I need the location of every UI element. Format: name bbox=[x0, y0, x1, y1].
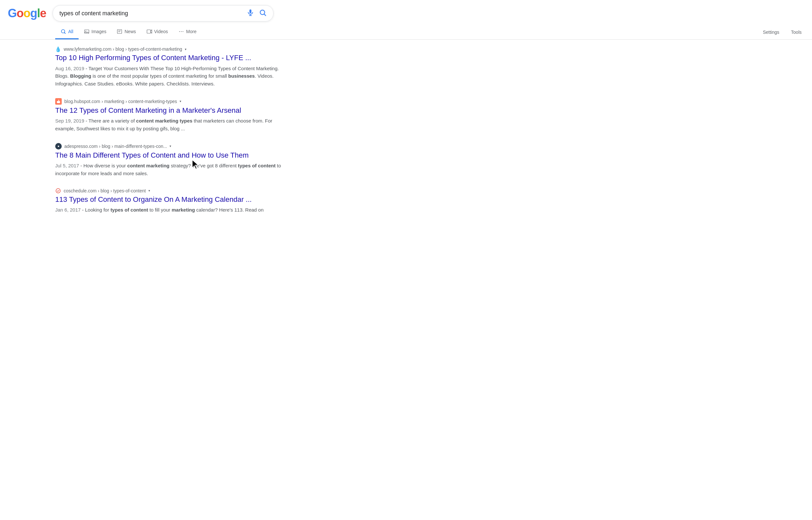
result-snippet: Aug 16, 2019 - Target Your Customers Wit… bbox=[55, 65, 284, 88]
result-url-row: blog.hubspot.com › marketing › content-m… bbox=[55, 98, 284, 105]
search-submit-icon[interactable] bbox=[259, 9, 267, 18]
tab-videos[interactable]: Videos bbox=[141, 25, 173, 39]
result-dropdown-arrow[interactable]: ▾ bbox=[185, 48, 187, 51]
result-snippet: Jul 5, 2017 - How diverse is your conten… bbox=[55, 162, 284, 177]
svg-line-4 bbox=[264, 14, 266, 16]
svg-point-17 bbox=[58, 102, 59, 102]
svg-point-16 bbox=[183, 31, 183, 32]
result-url: adespresso.com › blog › main-different-t… bbox=[64, 144, 167, 149]
result-item: coschedule.com › blog › types-of-content… bbox=[55, 188, 284, 214]
tab-more[interactable]: More bbox=[173, 25, 202, 39]
result-date: Jan 6, 2017 bbox=[55, 207, 81, 212]
tab-all[interactable]: All bbox=[55, 25, 79, 39]
search-bar bbox=[53, 5, 274, 22]
svg-point-18 bbox=[56, 188, 60, 193]
svg-rect-9 bbox=[118, 30, 122, 33]
search-bar-icons bbox=[247, 9, 267, 18]
result-url-row: ● adespresso.com › blog › main-different… bbox=[55, 143, 284, 150]
tab-all-label: All bbox=[68, 29, 74, 34]
result-title[interactable]: The 8 Main Different Types of Content an… bbox=[55, 151, 284, 160]
result-snippet: Jan 6, 2017 - Looking for types of conte… bbox=[55, 206, 284, 214]
mic-icon[interactable] bbox=[247, 9, 254, 18]
result-url: coschedule.com › blog › types-of-content bbox=[64, 188, 146, 193]
tab-news[interactable]: News bbox=[111, 25, 141, 39]
results-container: 💧 www.lyfemarketing.com › blog › types-o… bbox=[0, 40, 292, 231]
result-date: Sep 19, 2019 bbox=[55, 118, 84, 124]
result-dropdown-arrow[interactable]: ▾ bbox=[179, 100, 181, 103]
svg-point-14 bbox=[179, 31, 180, 32]
tab-more-label: More bbox=[186, 29, 196, 34]
result-item: 💧 www.lyfemarketing.com › blog › types-o… bbox=[55, 46, 284, 88]
images-icon bbox=[84, 29, 90, 34]
svg-rect-12 bbox=[147, 30, 150, 33]
more-dots-icon bbox=[178, 29, 184, 34]
result-item: blog.hubspot.com › marketing › content-m… bbox=[55, 98, 284, 133]
result-favicon bbox=[55, 98, 62, 105]
tab-images[interactable]: Images bbox=[79, 25, 112, 39]
tab-news-label: News bbox=[124, 29, 136, 34]
result-title[interactable]: Top 10 High Performing Types of Content … bbox=[55, 53, 284, 63]
svg-point-8 bbox=[85, 30, 86, 31]
result-date: Jul 5, 2017 bbox=[55, 163, 79, 168]
tab-videos-label: Videos bbox=[154, 29, 168, 34]
result-url: www.lyfemarketing.com › blog › types-of-… bbox=[64, 47, 182, 52]
google-logo[interactable]: Google bbox=[8, 6, 46, 20]
result-dropdown-arrow[interactable]: ▾ bbox=[170, 144, 171, 148]
nav-tabs: All Images News Videos More Settings Too… bbox=[0, 22, 812, 40]
search-input[interactable] bbox=[59, 10, 243, 17]
nav-right: Settings Tools bbox=[760, 26, 804, 39]
tab-images-label: Images bbox=[92, 29, 107, 34]
svg-rect-0 bbox=[249, 9, 251, 13]
result-url-row: 💧 www.lyfemarketing.com › blog › types-o… bbox=[55, 46, 284, 52]
result-title[interactable]: 113 Types of Content to Organize On A Ma… bbox=[55, 195, 284, 204]
result-item: ● adespresso.com › blog › main-different… bbox=[55, 143, 284, 178]
videos-icon bbox=[146, 29, 152, 34]
all-icon bbox=[60, 29, 66, 34]
header: Google bbox=[0, 0, 812, 22]
result-date: Aug 16, 2019 bbox=[55, 66, 84, 71]
result-title[interactable]: The 12 Types of Content Marketing in a M… bbox=[55, 106, 284, 115]
svg-line-6 bbox=[64, 32, 65, 33]
result-snippet: Sep 19, 2019 - There are a variety of co… bbox=[55, 117, 284, 132]
svg-point-15 bbox=[181, 31, 181, 32]
result-favicon: ● bbox=[55, 143, 62, 150]
result-url: blog.hubspot.com › marketing › content-m… bbox=[64, 99, 177, 104]
result-url-row: coschedule.com › blog › types-of-content… bbox=[55, 188, 284, 194]
news-icon bbox=[117, 29, 122, 34]
result-favicon bbox=[55, 188, 61, 194]
result-dropdown-arrow[interactable]: ▾ bbox=[148, 189, 150, 192]
tools-link[interactable]: Tools bbox=[788, 26, 804, 39]
settings-link[interactable]: Settings bbox=[760, 26, 782, 39]
result-favicon: 💧 bbox=[55, 46, 61, 52]
